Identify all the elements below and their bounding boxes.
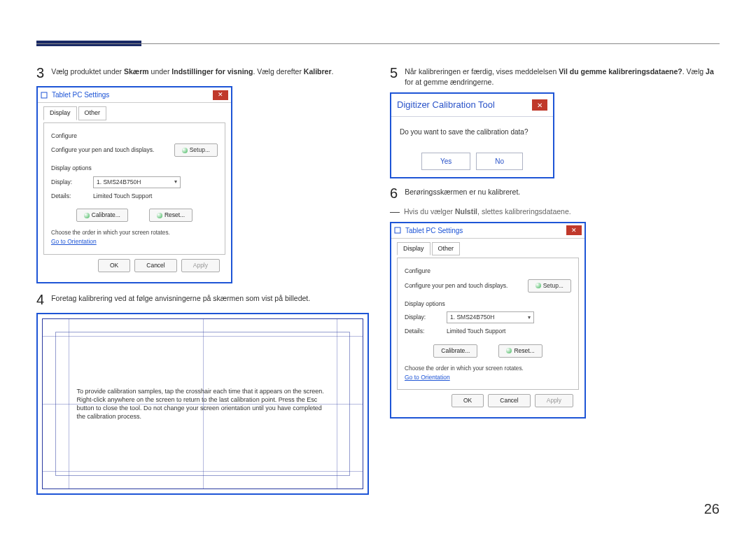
- details-value: Limited Touch Support: [93, 192, 152, 201]
- calibrate-button[interactable]: Calibrate...: [76, 209, 128, 222]
- calibration-screenshot: To provide calibration samples, tap the …: [36, 313, 369, 495]
- dialog-question: Do you want to save the calibration data…: [400, 127, 545, 137]
- tablet-pc-settings-window: Tablet PC Settings ✕ Display Other Confi…: [36, 86, 232, 283]
- window-title: Tablet PC Settings: [52, 90, 109, 100]
- step-3-number: 3: [36, 65, 44, 80]
- display-select[interactable]: 1. SMS24B750H▾: [447, 311, 534, 323]
- configure-desc: Configure your pen and touch displays.: [405, 281, 528, 290]
- yes-button[interactable]: Yes: [421, 153, 470, 170]
- step-6-number: 6: [390, 185, 398, 201]
- apply-button[interactable]: Apply: [181, 259, 220, 272]
- cancel-button[interactable]: Cancel: [134, 259, 176, 272]
- no-button[interactable]: No: [476, 153, 523, 170]
- configure-desc: Configure your pen and touch displays.: [51, 146, 174, 155]
- ok-button[interactable]: OK: [451, 394, 484, 407]
- chevron-down-icon: ▾: [528, 314, 531, 322]
- close-button[interactable]: ✕: [566, 225, 582, 235]
- display-label: Display:: [51, 178, 93, 187]
- rotate-hint: Choose the order in which your screen ro…: [51, 229, 218, 237]
- step-3-text: Vælg produktet under Skærm under Indstil…: [51, 66, 333, 77]
- tab-display[interactable]: Display: [43, 106, 77, 120]
- display-label: Display:: [405, 313, 447, 322]
- shield-icon: [84, 213, 90, 218]
- details-label: Details:: [51, 192, 93, 201]
- apply-button[interactable]: Apply: [535, 394, 573, 407]
- calibration-message: To provide calibration samples, tap the …: [77, 386, 329, 421]
- rotate-hint: Choose the order in which your screen ro…: [405, 365, 571, 373]
- calibrate-button[interactable]: Calibrate...: [433, 344, 477, 358]
- configure-heading: Configure: [51, 132, 218, 141]
- step-6-text: Berøringsskærmen er nu kalibreret.: [405, 187, 520, 197]
- shield-icon: [157, 213, 162, 218]
- reset-button[interactable]: Reset...: [498, 344, 542, 358]
- tab-display[interactable]: Display: [397, 242, 430, 256]
- shield-icon: [182, 148, 188, 153]
- shield-icon: [536, 283, 541, 288]
- svg-rect-0: [41, 92, 47, 98]
- reset-button[interactable]: Reset...: [149, 209, 192, 222]
- step-4-number: 4: [36, 292, 44, 307]
- dialog-title: Digitizer Calibration Tool: [397, 98, 495, 112]
- details-value: Limited Touch Support: [447, 327, 505, 336]
- setup-button[interactable]: Setup...: [174, 143, 218, 157]
- note-dash-icon: ―: [390, 206, 400, 218]
- display-options-heading: Display options: [51, 164, 218, 173]
- chevron-down-icon: ▾: [174, 178, 177, 186]
- header-rule: [36, 43, 720, 44]
- shield-icon: [506, 348, 512, 353]
- tab-other[interactable]: Other: [432, 242, 461, 256]
- setup-button[interactable]: Setup...: [528, 279, 571, 293]
- svg-rect-1: [395, 227, 400, 233]
- tablet-icon: [41, 92, 48, 99]
- tablet-pc-settings-window-2: Tablet PC Settings ✕ Display Other Confi…: [390, 222, 586, 419]
- close-button[interactable]: ✕: [532, 99, 547, 111]
- tab-other[interactable]: Other: [78, 106, 107, 120]
- display-select[interactable]: 1. SMS24B750H▾: [93, 176, 181, 188]
- step-5-number: 5: [390, 65, 398, 80]
- note-text: Hvis du vælger Nulstil, slettes kalibrer…: [404, 206, 571, 218]
- tablet-icon: [394, 227, 401, 234]
- cancel-button[interactable]: Cancel: [488, 394, 530, 407]
- orientation-link[interactable]: Go to Orientation: [405, 374, 450, 381]
- digitizer-dialog: Digitizer Calibration Tool ✕ Do you want…: [390, 92, 554, 178]
- step-4-text: Foretag kalibrering ved at følge anvisni…: [51, 293, 310, 304]
- step-5-text: Når kalibreringen er færdig, vises medde…: [405, 66, 720, 87]
- details-label: Details:: [405, 327, 447, 336]
- page-number: 26: [704, 501, 720, 517]
- close-button[interactable]: ✕: [213, 90, 228, 100]
- ok-button[interactable]: OK: [98, 259, 130, 272]
- orientation-link[interactable]: Go to Orientation: [51, 238, 97, 245]
- configure-heading: Configure: [405, 267, 571, 276]
- window-title: Tablet PC Settings: [405, 225, 463, 236]
- display-options-heading: Display options: [405, 300, 571, 309]
